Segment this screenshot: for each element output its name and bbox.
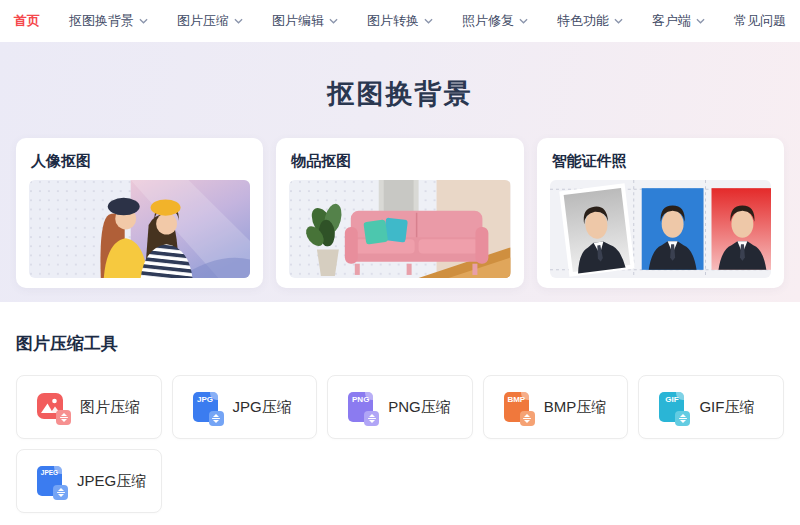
nav-item-cutout[interactable]: 抠图换背景 [69, 12, 148, 30]
portrait-cutout-image [29, 180, 250, 278]
nav-label: 特色功能 [557, 12, 609, 30]
tool-label: JPG压缩 [233, 398, 292, 417]
tool-bmp-compress[interactable]: BMP BMP压缩 [483, 375, 629, 439]
nav-label: 抠图换背景 [69, 12, 134, 30]
tool-gif-compress[interactable]: GIF GIF压缩 [638, 375, 784, 439]
tool-jpeg-compress[interactable]: JPEG JPEG压缩 [16, 449, 162, 513]
tool-label: 图片压缩 [80, 398, 140, 417]
nav-label: 图片转换 [367, 12, 419, 30]
compress-badge-icon [209, 411, 224, 426]
compress-badge-icon [56, 410, 71, 425]
nav-label: 图片压缩 [177, 12, 229, 30]
file-type-label: JPG [193, 395, 218, 404]
card-portrait-cutout[interactable]: 人像抠图 [16, 138, 263, 288]
chevron-down-icon [139, 18, 148, 24]
compress-badge-icon [675, 411, 690, 426]
nav-label: 首页 [14, 12, 40, 30]
compress-badge-icon [364, 411, 379, 426]
nav-label: 常见问题 [734, 12, 786, 30]
card-object-cutout[interactable]: 物品抠图 [276, 138, 523, 288]
chevron-down-icon [519, 18, 528, 24]
id-photo-image [550, 180, 771, 278]
card-title: 智能证件照 [552, 152, 771, 171]
nav-label: 图片编辑 [272, 12, 324, 30]
tool-jpg-compress[interactable]: JPG JPG压缩 [172, 375, 318, 439]
card-title: 人像抠图 [31, 152, 250, 171]
compress-tools-section: 图片压缩工具 图片压缩 JPG [0, 302, 800, 513]
nav-item-repair[interactable]: 照片修复 [462, 12, 528, 30]
nav-item-home[interactable]: 首页 [14, 12, 40, 30]
nav-label: 照片修复 [462, 12, 514, 30]
bmp-file-icon: BMP [504, 392, 529, 422]
jpeg-file-icon: JPEG [37, 466, 62, 496]
tool-grid: 图片压缩 JPG JPG压缩 PNG PNG压缩 BMP [16, 375, 784, 513]
section-title: 图片压缩工具 [16, 332, 784, 355]
chevron-down-icon [329, 18, 338, 24]
tool-label: PNG压缩 [388, 398, 451, 417]
file-type-label: GIF [659, 395, 684, 404]
file-type-label: PNG [348, 395, 373, 404]
object-cutout-image [289, 180, 510, 278]
nav-item-features[interactable]: 特色功能 [557, 12, 623, 30]
nav-item-convert[interactable]: 图片转换 [367, 12, 433, 30]
file-type-label: BMP [504, 395, 529, 404]
image-compress-icon [37, 393, 65, 421]
tool-png-compress[interactable]: PNG PNG压缩 [327, 375, 473, 439]
card-id-photo[interactable]: 智能证件照 [537, 138, 784, 288]
hero-section: 抠图换背景 人像抠图 [0, 42, 800, 302]
hero-cards: 人像抠图 [0, 138, 800, 288]
file-type-label: JPEG [37, 469, 62, 476]
tool-label: BMP压缩 [544, 398, 607, 417]
card-title: 物品抠图 [291, 152, 510, 171]
nav-item-faq[interactable]: 常见问题 [734, 12, 786, 30]
compress-badge-icon [53, 485, 68, 500]
compress-badge-icon [520, 411, 535, 426]
tool-image-compress[interactable]: 图片压缩 [16, 375, 162, 439]
nav-label: 客户端 [652, 12, 691, 30]
chevron-down-icon [696, 18, 705, 24]
chevron-down-icon [424, 18, 433, 24]
chevron-down-icon [234, 18, 243, 24]
jpg-file-icon: JPG [193, 392, 218, 422]
tool-label: JPEG压缩 [77, 472, 146, 491]
nav-item-client[interactable]: 客户端 [652, 12, 705, 30]
top-navigation: 首页 抠图换背景 图片压缩 图片编辑 图片转换 照片修复 特色功能 客户端 常见… [0, 0, 800, 42]
nav-item-compress[interactable]: 图片压缩 [177, 12, 243, 30]
chevron-down-icon [614, 18, 623, 24]
page-title: 抠图换背景 [0, 76, 800, 112]
png-file-icon: PNG [348, 392, 373, 422]
nav-item-edit[interactable]: 图片编辑 [272, 12, 338, 30]
tool-label: GIF压缩 [699, 398, 754, 417]
gif-file-icon: GIF [659, 392, 684, 422]
